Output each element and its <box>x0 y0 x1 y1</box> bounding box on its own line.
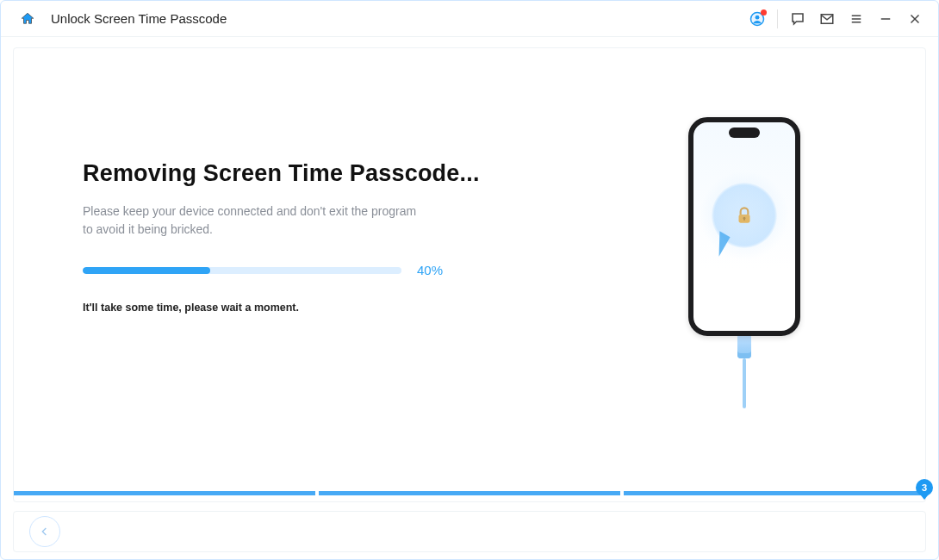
title-bar: Unlock Screen Time Passcode <box>1 1 938 37</box>
svg-rect-9 <box>739 215 750 223</box>
step-1 <box>14 491 315 495</box>
cable-icon <box>743 358 746 408</box>
progress-row: 40% <box>83 263 512 277</box>
app-window: Unlock Screen Time Passcode Removing Scr… <box>0 0 939 560</box>
padlock-icon <box>733 204 756 227</box>
notification-dot-icon <box>761 9 767 16</box>
minimize-button[interactable] <box>871 4 900 34</box>
step-2 <box>319 491 620 495</box>
svg-point-10 <box>743 217 746 220</box>
step-3: 3 <box>624 491 925 495</box>
step-indicator: 3 <box>14 481 925 501</box>
progress-bar <box>83 267 401 274</box>
svg-point-1 <box>756 15 760 19</box>
mail-icon[interactable] <box>812 4 842 34</box>
arrow-left-icon <box>38 525 52 538</box>
home-icon[interactable] <box>16 4 39 34</box>
phone-notch <box>729 128 760 138</box>
progress-percent-label: 40% <box>417 263 443 277</box>
account-icon[interactable] <box>743 4 772 34</box>
svg-rect-11 <box>743 218 745 221</box>
close-button[interactable] <box>900 4 930 34</box>
progress-bar-fill <box>83 267 210 274</box>
wait-note: It'll take some time, please wait a mome… <box>83 302 512 314</box>
step-badge: 3 <box>916 479 933 496</box>
back-button[interactable] <box>29 516 60 547</box>
footer-bar <box>13 511 926 552</box>
cable-plug-icon <box>737 334 751 358</box>
illustration-column <box>563 48 925 477</box>
speech-bubble-icon[interactable] <box>783 4 812 34</box>
page-title: Unlock Screen Time Passcode <box>51 11 227 26</box>
phone-illustration <box>671 117 818 408</box>
status-heading: Removing Screen Time Passcode... <box>83 160 512 187</box>
content-panel: Removing Screen Time Passcode... Please … <box>13 47 926 502</box>
status-column: Removing Screen Time Passcode... Please … <box>14 48 563 477</box>
toolbar-divider <box>777 9 778 28</box>
menu-icon[interactable] <box>842 4 871 34</box>
phone-frame <box>688 117 800 336</box>
status-subtext: Please keep your device connected and do… <box>83 202 427 239</box>
